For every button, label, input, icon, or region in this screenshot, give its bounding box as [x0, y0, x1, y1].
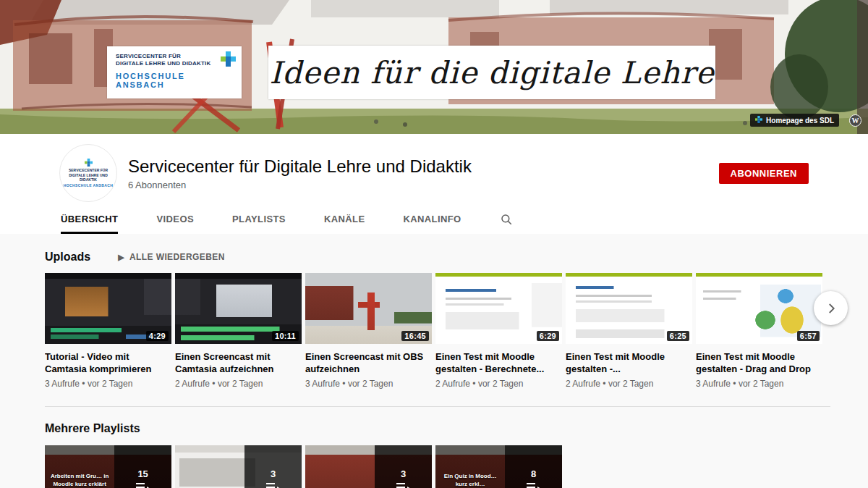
playlists-section: Mehrere Playlists Arbeiten mit Gru… in M…: [45, 407, 830, 488]
video-row: 4:29 Tutorial - Video mit Camtasia kompr…: [45, 273, 830, 389]
playlist-icon: [266, 483, 281, 488]
video-title[interactable]: Tutorial - Video mit Camtasia komprimier…: [45, 350, 171, 375]
video-card[interactable]: 10:11 Einen Screencast mit Camtasia aufz…: [175, 273, 302, 389]
logo-line-3: HOCHSCHULE ANSBACH: [116, 72, 234, 89]
playlist-count-overlay: 3: [375, 445, 432, 488]
homepage-link[interactable]: Homepage des SDL: [750, 114, 839, 127]
playlist-thumbnail[interactable]: 3: [175, 445, 302, 488]
playlist-icon: [527, 483, 541, 488]
uploads-title: Uploads: [45, 251, 90, 264]
logo-line-2: DIGITALE LEHRE UND DIDAKTIK: [116, 60, 234, 67]
logo-line-1: SERVICECENTER FÜR: [116, 53, 234, 60]
playlist-count-overlay: 3: [244, 445, 302, 488]
playlist-row: Arbeiten mit Gru… in Moodle kurz erklärt…: [45, 445, 830, 488]
channel-content: Uploads ▶ ALLE WIEDERGEBEN 4:29 Tutorial…: [0, 234, 868, 488]
video-thumbnail[interactable]: 6:57: [696, 273, 822, 344]
avatar-text-3: HOCHSCHULE ANSBACH: [64, 183, 114, 188]
video-title[interactable]: Einen Test mit Moodle gestalten -...: [566, 350, 692, 375]
playlist-icon: [396, 483, 411, 488]
video-meta: 3 Aufrufe • vor 2 Tagen: [305, 379, 432, 389]
video-card[interactable]: 6:57 Einen Test mit Moodle gestalten - D…: [696, 273, 822, 389]
playlist-thumbnail[interactable]: Arbeiten mit Gru… in Moodle kurz erklärt…: [45, 445, 171, 488]
video-card[interactable]: 6:29 Einen Test mit Moodle gestalten - B…: [435, 273, 562, 389]
playlist-thumbnail[interactable]: 3: [305, 445, 432, 488]
search-icon: [500, 213, 513, 226]
tab-videos[interactable]: VIDEOS: [156, 205, 194, 234]
subscribe-button[interactable]: ABONNIEREN: [719, 163, 809, 184]
video-title[interactable]: Einen Test mit Moodle gestalten - Drag a…: [696, 350, 822, 375]
video-duration: 6:25: [667, 331, 689, 341]
playlist-icon: [136, 483, 150, 488]
playlists-title: Mehrere Playlists: [45, 422, 830, 435]
subscriber-count: 6 Abonnenten: [128, 180, 472, 190]
video-card[interactable]: 6:25 Einen Test mit Moodle gestalten -..…: [566, 273, 692, 389]
playlist-count: 8: [531, 468, 536, 479]
avatar-cross-icon: [85, 159, 93, 167]
playlist-count-overlay: 8: [505, 445, 562, 488]
tab-kanalinfo[interactable]: KANALINFO: [403, 205, 461, 234]
video-title[interactable]: Einen Screencast mit OBS aufzeichnen: [305, 350, 432, 375]
channel-banner: SERVICECENTER FÜR DIGITALE LEHRE UND DID…: [0, 0, 868, 134]
playlist-count: 15: [137, 468, 148, 479]
channel-header: SERVICECENTER FÜR DIGITALE LEHRE UND DID…: [0, 134, 868, 234]
video-thumbnail[interactable]: 6:29: [435, 273, 562, 344]
chevron-right-icon: [825, 302, 838, 315]
playlist-thumbnail[interactable]: Ein Quiz in Mood… kurz erkl… 8: [435, 445, 562, 488]
video-duration: 6:57: [797, 331, 820, 341]
video-thumbnail[interactable]: 16:45: [305, 273, 432, 344]
video-meta: 3 Aufrufe • vor 2 Tagen: [45, 379, 171, 389]
video-meta: 2 Aufrufe • vor 2 Tagen: [566, 379, 692, 389]
tab-kanaele[interactable]: KANÄLE: [324, 205, 365, 234]
video-card[interactable]: 4:29 Tutorial - Video mit Camtasia kompr…: [45, 273, 171, 389]
banner-tagline: Ideen für die digitale Lehre: [269, 55, 714, 91]
video-card[interactable]: 16:45 Einen Screencast mit OBS aufzeichn…: [305, 273, 432, 389]
channel-tabs: ÜBERSICHT VIDEOS PLAYLISTS KANÄLE KANALI…: [0, 205, 868, 234]
playlist-caption: Ein Quiz in Mood… kurz erkl…: [435, 445, 505, 488]
play-all-label: ALLE WIEDERGEBEN: [129, 252, 225, 262]
video-meta: 2 Aufrufe • vor 2 Tagen: [175, 379, 302, 389]
playlist-count-overlay: 15: [114, 445, 171, 488]
next-videos-button[interactable]: [814, 291, 848, 325]
homepage-cross-icon: [755, 116, 762, 125]
banner-logo-box: SERVICECENTER FÜR DIGITALE LEHRE UND DID…: [107, 46, 242, 98]
playlist-card[interactable]: 3: [305, 445, 432, 488]
channel-search-button[interactable]: [500, 205, 513, 234]
video-duration: 16:45: [401, 331, 429, 341]
playlist-count: 3: [401, 468, 406, 479]
banner-tagline-box: Ideen für die digitale Lehre: [268, 46, 715, 99]
video-thumbnail[interactable]: 10:11: [175, 273, 302, 344]
playlist-card[interactable]: Arbeiten mit Gru… in Moodle kurz erklärt…: [45, 445, 171, 488]
video-thumbnail[interactable]: 6:25: [566, 273, 692, 344]
video-duration: 10:11: [272, 331, 299, 341]
video-title[interactable]: Einen Test mit Moodle gestalten - Berech…: [435, 350, 562, 375]
wordpress-icon[interactable]: W: [849, 114, 861, 127]
video-duration: 6:29: [537, 331, 559, 341]
video-thumbnail[interactable]: 4:29: [45, 273, 171, 344]
homepage-link-label: Homepage des SDL: [766, 117, 834, 125]
play-all-link[interactable]: ▶ ALLE WIEDERGEBEN: [118, 252, 225, 262]
avatar-text-2: DIGITALE LEHRE UND DIDAKTIK: [63, 173, 114, 182]
play-icon: ▶: [118, 253, 124, 262]
tab-uebersicht[interactable]: ÜBERSICHT: [61, 205, 118, 234]
logo-cross-icon: [221, 51, 236, 70]
video-title[interactable]: Einen Screencast mit Camtasia aufzeichne…: [175, 350, 302, 375]
playlist-count: 3: [271, 468, 276, 479]
playlist-caption: Arbeiten mit Gru… in Moodle kurz erklärt: [45, 445, 114, 488]
video-duration: 4:29: [146, 331, 169, 341]
playlist-card[interactable]: Ein Quiz in Mood… kurz erkl… 8: [435, 445, 562, 488]
video-meta: 2 Aufrufe • vor 2 Tagen: [435, 379, 562, 389]
channel-avatar: SERVICECENTER FÜR DIGITALE LEHRE UND DID…: [59, 144, 117, 202]
channel-name: Servicecenter für Digitale Lehre und Did…: [128, 156, 472, 177]
playlist-card[interactable]: 3: [175, 445, 302, 488]
uploads-section: Uploads ▶ ALLE WIEDERGEBEN 4:29 Tutorial…: [45, 234, 830, 389]
video-meta: 3 Aufrufe • vor 2 Tagen: [696, 379, 822, 389]
tab-playlists[interactable]: PLAYLISTS: [232, 205, 286, 234]
